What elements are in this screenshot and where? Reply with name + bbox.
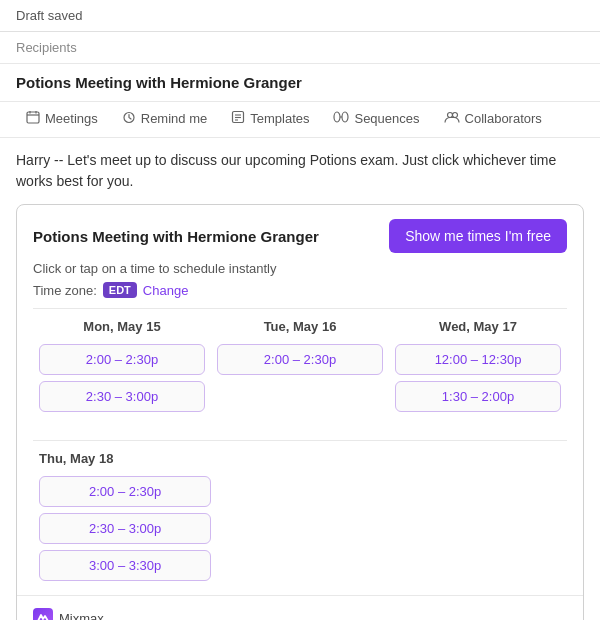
- svg-point-13: [452, 113, 457, 118]
- card-header: Potions Meeting with Hermione Granger Sh…: [17, 205, 583, 261]
- svg-point-10: [342, 112, 348, 122]
- tue-header: Tue, May 16: [217, 319, 383, 334]
- subject-row: Potions Meeting with Hermione Granger: [0, 64, 600, 102]
- collaborators-icon: [444, 110, 460, 127]
- recipients-row[interactable]: Recipients: [0, 32, 600, 64]
- wed-header: Wed, May 17: [395, 319, 561, 334]
- card-title: Potions Meeting with Hermione Granger: [33, 228, 319, 245]
- thu-section: Thu, May 18 2:00 – 2:30p 2:30 – 3:00p 3:…: [17, 441, 583, 595]
- svg-point-9: [334, 112, 340, 122]
- thu-header: Thu, May 18: [39, 451, 561, 466]
- nav-tabs: Meetings Remind me Templates Sequences C…: [0, 102, 600, 138]
- draft-status: Draft saved: [16, 8, 82, 23]
- tab-sequences[interactable]: Sequences: [323, 102, 429, 137]
- subject-text: Potions Meeting with Hermione Granger: [16, 74, 302, 91]
- timezone-change[interactable]: Change: [143, 283, 189, 298]
- svg-point-12: [447, 113, 452, 118]
- time-slot[interactable]: 3:00 – 3:30p: [39, 550, 211, 581]
- svg-rect-0: [27, 112, 39, 123]
- email-body: Harry -- Let's meet up to discuss our up…: [0, 138, 600, 204]
- col-wed: Wed, May 17 12:00 – 12:30p 1:30 – 2:00p: [389, 319, 567, 430]
- mon-header: Mon, May 15: [39, 319, 205, 334]
- tab-templates[interactable]: Templates: [221, 102, 319, 137]
- time-slot[interactable]: 2:00 – 2:30p: [39, 476, 211, 507]
- remind-me-label: Remind me: [141, 111, 207, 126]
- mixmax-label: Mixmax: [59, 611, 104, 621]
- templates-label: Templates: [250, 111, 309, 126]
- col-mon: Mon, May 15 2:00 – 2:30p 2:30 – 3:00p: [33, 319, 211, 430]
- tab-collaborators[interactable]: Collaborators: [434, 102, 552, 137]
- show-times-button[interactable]: Show me times I'm free: [389, 219, 567, 253]
- mixmax-logo: [33, 608, 53, 620]
- timezone-badge: EDT: [103, 282, 137, 298]
- card-subtitle: Click or tap on a time to schedule insta…: [17, 261, 583, 280]
- mixmax-brand: Mixmax: [17, 604, 583, 620]
- timezone-label: Time zone:: [33, 283, 97, 298]
- timezone-row: Time zone: EDT Change: [17, 280, 583, 308]
- remind-icon: [122, 110, 136, 127]
- thu-col: 2:00 – 2:30p 2:30 – 3:00p 3:00 – 3:30p: [39, 476, 211, 581]
- templates-icon: [231, 110, 245, 127]
- top-time-grid: Mon, May 15 2:00 – 2:30p 2:30 – 3:00p Tu…: [17, 309, 583, 440]
- recipients-label: Recipients: [16, 40, 77, 55]
- tab-meetings[interactable]: Meetings: [16, 102, 108, 137]
- bottom-divider: [17, 595, 583, 596]
- tab-remind-me[interactable]: Remind me: [112, 102, 217, 137]
- col-tue: Tue, May 16 2:00 – 2:30p: [211, 319, 389, 430]
- email-body-text: Harry -- Let's meet up to discuss our up…: [16, 152, 556, 189]
- sequences-icon: [333, 110, 349, 127]
- time-slot[interactable]: 2:30 – 3:00p: [39, 381, 205, 412]
- time-slot[interactable]: 2:00 – 2:30p: [39, 344, 205, 375]
- time-slot[interactable]: 1:30 – 2:00p: [395, 381, 561, 412]
- time-slot[interactable]: 2:00 – 2:30p: [217, 344, 383, 375]
- time-slot[interactable]: 2:30 – 3:00p: [39, 513, 211, 544]
- meetings-icon: [26, 110, 40, 127]
- calendar-card: Potions Meeting with Hermione Granger Sh…: [16, 204, 584, 620]
- sequences-label: Sequences: [354, 111, 419, 126]
- time-slot[interactable]: 12:00 – 12:30p: [395, 344, 561, 375]
- collaborators-label: Collaborators: [465, 111, 542, 126]
- top-bar: Draft saved: [0, 0, 600, 32]
- meetings-label: Meetings: [45, 111, 98, 126]
